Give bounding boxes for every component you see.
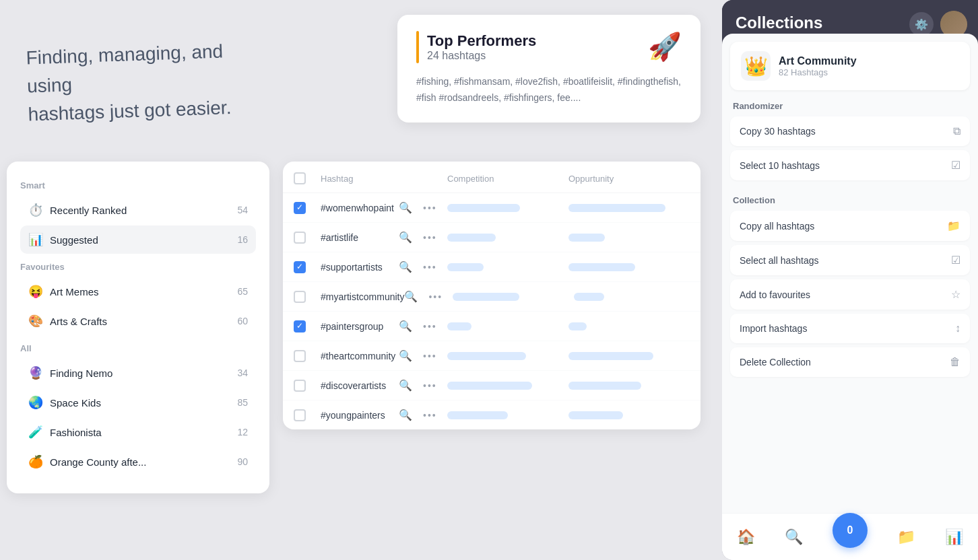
collection-actions-section: Collection Copy all hashtags 📁 Select al… xyxy=(722,184,978,377)
select-all-label: Select all hashtags xyxy=(740,255,819,266)
nav-collections[interactable]: 📁 xyxy=(897,528,915,546)
collection-name: Art Community xyxy=(779,55,857,67)
collection-emoji: 👑 xyxy=(741,51,771,81)
randomizer-label: Randomizer xyxy=(730,98,970,116)
table-row: #supportartists 🔍 ••• xyxy=(283,252,700,282)
trash-icon: 🗑 xyxy=(950,356,960,368)
copy-30-hashtags-button[interactable]: Copy 30 hashtags ⧉ xyxy=(730,116,970,146)
import-label: Import hashtags xyxy=(740,323,807,334)
more-menu-4[interactable]: ••• xyxy=(423,321,447,332)
gear-button[interactable]: ⚙️ xyxy=(909,12,934,36)
row-checkbox-6[interactable] xyxy=(294,380,306,392)
checkbox-icon: ☑ xyxy=(951,159,960,172)
space-kids-count: 85 xyxy=(237,397,248,408)
nav-analytics[interactable]: 📊 xyxy=(945,528,963,546)
search-icon-3[interactable]: 🔍 xyxy=(404,290,428,303)
randomizer-section: Randomizer Copy 30 hashtags ⧉ Select 10 … xyxy=(722,90,978,180)
nav-home[interactable]: 🏠 xyxy=(737,528,755,546)
art-memes-icon: 😝 xyxy=(28,284,43,299)
more-menu-5[interactable]: ••• xyxy=(423,351,447,361)
search-icon-5[interactable]: 🔍 xyxy=(399,349,423,362)
sidebar-item-recently-ranked[interactable]: ⏱️ Recently Ranked 54 xyxy=(20,196,256,224)
finding-nemo-label: Finding Nemo xyxy=(50,368,237,379)
collections-nav-icon: 📁 xyxy=(897,528,915,546)
row-checkbox-7[interactable] xyxy=(294,409,306,421)
collection-item[interactable]: 👑 Art Community 82 Hashtags xyxy=(730,42,970,90)
select-all-checkbox[interactable] xyxy=(294,172,306,184)
nav-search[interactable]: 🔍 xyxy=(785,528,803,546)
sidebar-item-fashionista[interactable]: 🧪 Fashionista 12 xyxy=(20,418,256,446)
orange-county-label: Orange County afte... xyxy=(50,456,237,468)
select-all-icon: ☑ xyxy=(951,254,960,267)
add-to-favourites-button[interactable]: Add to favourites ☆ xyxy=(730,279,970,310)
more-menu-3[interactable]: ••• xyxy=(428,291,453,302)
select-all-hashtags-button[interactable]: Select all hashtags ☑ xyxy=(730,245,970,275)
search-icon-6[interactable]: 🔍 xyxy=(399,379,423,392)
copy-all-label: Copy all hashtags xyxy=(740,221,814,232)
import-hashtags-button[interactable]: Import hashtags ↕ xyxy=(730,314,970,343)
row-checkbox-1[interactable] xyxy=(294,232,306,244)
tp-subtitle: 24 hashtags xyxy=(427,50,536,62)
collection-count: 82 Hashtags xyxy=(779,67,857,77)
sidebar-item-art-memes[interactable]: 😝 Art Memes 65 xyxy=(20,277,256,306)
hashtag-text-3: #myartistcommunity xyxy=(321,291,404,302)
finding-nemo-count: 34 xyxy=(237,368,248,378)
import-icon: ↕ xyxy=(955,322,960,335)
copy-icon: ⧉ xyxy=(953,125,960,137)
row-checkbox-4[interactable] xyxy=(294,320,306,332)
left-panel: Smart ⏱️ Recently Ranked 54 📊 Suggested … xyxy=(7,162,269,493)
table-header: Hashtag Competition Oppurtunity xyxy=(283,162,700,193)
art-memes-label: Art Memes xyxy=(50,286,237,298)
fashionista-count: 12 xyxy=(237,427,248,438)
home-icon: 🏠 xyxy=(737,528,755,546)
sidebar-item-orange-county[interactable]: 🍊 Orange County afte... 90 xyxy=(20,448,256,476)
gear-icon: ⚙️ xyxy=(915,18,928,31)
fashionista-label: Fashionista xyxy=(50,427,237,438)
table-row: #paintersgroup 🔍 ••• xyxy=(283,312,700,341)
row-checkbox-3[interactable] xyxy=(294,291,306,303)
sidebar-item-finding-nemo[interactable]: 🔮 Finding Nemo 34 xyxy=(20,359,256,387)
nav-fab[interactable]: 0 xyxy=(833,520,868,555)
search-icon-1[interactable]: 🔍 xyxy=(399,231,423,244)
more-menu-2[interactable]: ••• xyxy=(423,262,447,273)
hashtag-text-0: #womenwhopaint xyxy=(321,203,399,213)
timer-icon: ⏱️ xyxy=(28,203,43,217)
add-favourites-label: Add to favourites xyxy=(740,289,810,300)
sidebar-item-suggested[interactable]: 📊 Suggested 16 xyxy=(20,225,256,254)
search-icon-2[interactable]: 🔍 xyxy=(399,260,423,273)
select-10-hashtags-button[interactable]: Select 10 hashtags ☑ xyxy=(730,150,970,180)
copy-all-hashtags-button[interactable]: Copy all hashtags 📁 xyxy=(730,211,970,241)
more-menu-1[interactable]: ••• xyxy=(423,232,447,243)
tp-hashtags: #fishing, #fishmansam, #love2fish, #boat… xyxy=(416,74,682,106)
more-menu-0[interactable]: ••• xyxy=(423,203,447,213)
table-row: #youngpainters 🔍 ••• xyxy=(283,400,700,429)
table-row: #myartistcommunity 🔍 ••• xyxy=(283,282,700,312)
row-checkbox-0[interactable] xyxy=(294,202,306,214)
orange-county-icon: 🍊 xyxy=(28,454,43,469)
sidebar-item-arts-crafts[interactable]: 🎨 Arts & Crafts 60 xyxy=(20,307,256,335)
arts-crafts-label: Arts & Crafts xyxy=(50,316,237,327)
art-memes-count: 65 xyxy=(237,286,248,297)
recently-ranked-label: Recently Ranked xyxy=(50,205,237,216)
tp-accent-bar xyxy=(416,31,419,63)
row-checkbox-2[interactable] xyxy=(294,261,306,273)
collection-section-label: Collection xyxy=(730,193,970,211)
search-icon-0[interactable]: 🔍 xyxy=(399,201,423,214)
hashtag-col-label: Hashtag xyxy=(321,174,399,184)
hashtag-text-6: #discoverartists xyxy=(321,380,399,391)
fab-button[interactable]: 0 xyxy=(833,513,868,548)
row-checkbox-5[interactable] xyxy=(294,350,306,362)
search-icon-7[interactable]: 🔍 xyxy=(399,409,423,421)
finding-nemo-icon: 🔮 xyxy=(28,365,43,380)
delete-collection-button[interactable]: Delete Collection 🗑 xyxy=(730,347,970,377)
star-icon: ☆ xyxy=(951,288,960,301)
smart-label: Smart xyxy=(20,180,256,190)
folder-icon: 📁 xyxy=(947,219,960,232)
more-menu-7[interactable]: ••• xyxy=(423,410,447,421)
search-nav-icon: 🔍 xyxy=(785,528,803,546)
arts-crafts-count: 60 xyxy=(237,316,248,326)
sidebar-item-space-kids[interactable]: 🌏 Space Kids 85 xyxy=(20,388,256,417)
search-icon-4[interactable]: 🔍 xyxy=(399,320,423,332)
tp-emoji: 🚀 xyxy=(648,31,682,63)
more-menu-6[interactable]: ••• xyxy=(423,380,447,391)
